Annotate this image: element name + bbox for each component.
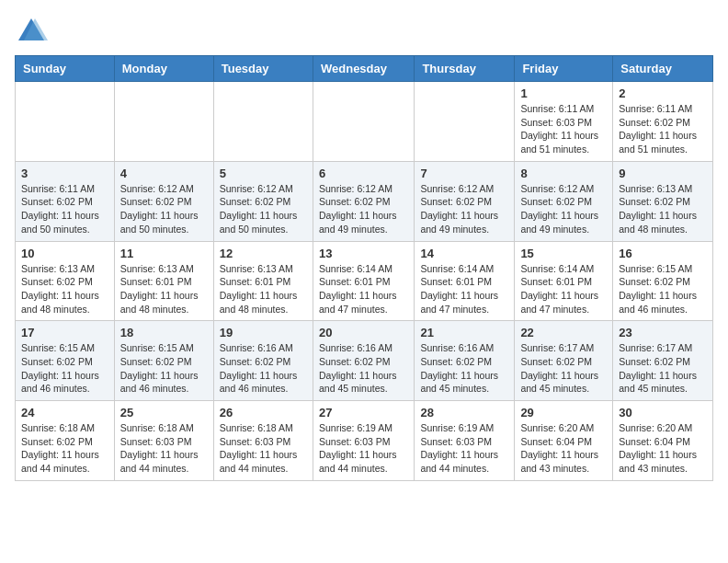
day-info: Sunrise: 6:18 AM Sunset: 6:03 PM Dayligh… <box>220 421 307 476</box>
weekday-header: Wednesday <box>313 56 414 82</box>
day-number: 8 <box>520 167 607 180</box>
calendar-day-cell: 23Sunrise: 6:17 AM Sunset: 6:02 PM Dayli… <box>613 321 713 401</box>
day-number: 11 <box>120 247 208 260</box>
calendar-week-row: 17Sunrise: 6:15 AM Sunset: 6:02 PM Dayli… <box>16 321 713 401</box>
day-number: 10 <box>21 247 108 260</box>
day-info: Sunrise: 6:13 AM Sunset: 6:01 PM Dayligh… <box>120 262 208 316</box>
day-info: Sunrise: 6:12 AM Sunset: 6:02 PM Dayligh… <box>120 182 208 236</box>
calendar-day-cell: 1Sunrise: 6:11 AM Sunset: 6:03 PM Daylig… <box>515 82 613 162</box>
day-info: Sunrise: 6:18 AM Sunset: 6:03 PM Dayligh… <box>120 421 208 476</box>
day-info: Sunrise: 6:12 AM Sunset: 6:02 PM Dayligh… <box>520 182 607 236</box>
day-number: 28 <box>420 406 508 419</box>
day-info: Sunrise: 6:19 AM Sunset: 6:03 PM Dayligh… <box>420 421 508 476</box>
day-number: 14 <box>420 247 508 260</box>
day-number: 26 <box>220 406 307 419</box>
calendar-day-cell: 15Sunrise: 6:14 AM Sunset: 6:01 PM Dayli… <box>515 241 613 321</box>
calendar-day-cell: 13Sunrise: 6:14 AM Sunset: 6:01 PM Dayli… <box>313 241 414 321</box>
day-info: Sunrise: 6:20 AM Sunset: 6:04 PM Dayligh… <box>520 421 607 476</box>
weekday-header: Thursday <box>415 56 515 82</box>
day-info: Sunrise: 6:17 AM Sunset: 6:02 PM Dayligh… <box>520 341 607 396</box>
day-info: Sunrise: 6:16 AM Sunset: 6:02 PM Dayligh… <box>420 341 508 396</box>
calendar-day-cell: 30Sunrise: 6:20 AM Sunset: 6:04 PM Dayli… <box>613 401 713 481</box>
calendar-day-cell: 20Sunrise: 6:16 AM Sunset: 6:02 PM Dayli… <box>313 321 414 401</box>
weekday-header: Monday <box>114 56 213 82</box>
calendar-day-cell: 14Sunrise: 6:14 AM Sunset: 6:01 PM Dayli… <box>415 241 515 321</box>
calendar-day-cell <box>114 82 213 162</box>
calendar-day-cell: 25Sunrise: 6:18 AM Sunset: 6:03 PM Dayli… <box>114 401 213 481</box>
day-number: 19 <box>220 326 307 339</box>
day-info: Sunrise: 6:13 AM Sunset: 6:01 PM Dayligh… <box>220 262 307 316</box>
calendar-day-cell: 8Sunrise: 6:12 AM Sunset: 6:02 PM Daylig… <box>515 161 613 241</box>
day-number: 13 <box>319 247 408 260</box>
calendar-day-cell: 19Sunrise: 6:16 AM Sunset: 6:02 PM Dayli… <box>213 321 313 401</box>
calendar-day-cell: 6Sunrise: 6:12 AM Sunset: 6:02 PM Daylig… <box>313 161 414 241</box>
page-header <box>15 15 713 48</box>
calendar-week-row: 24Sunrise: 6:18 AM Sunset: 6:02 PM Dayli… <box>16 401 713 481</box>
calendar-day-cell: 16Sunrise: 6:15 AM Sunset: 6:02 PM Dayli… <box>613 241 713 321</box>
day-info: Sunrise: 6:11 AM Sunset: 6:03 PM Dayligh… <box>520 102 607 156</box>
day-number: 21 <box>420 326 508 339</box>
day-info: Sunrise: 6:16 AM Sunset: 6:02 PM Dayligh… <box>220 341 307 396</box>
weekday-header: Saturday <box>613 56 713 82</box>
calendar-day-cell: 2Sunrise: 6:11 AM Sunset: 6:02 PM Daylig… <box>613 82 713 162</box>
day-info: Sunrise: 6:12 AM Sunset: 6:02 PM Dayligh… <box>220 182 307 236</box>
weekday-header: Tuesday <box>213 56 313 82</box>
calendar-day-cell: 28Sunrise: 6:19 AM Sunset: 6:03 PM Dayli… <box>415 401 515 481</box>
day-number: 3 <box>21 167 108 180</box>
calendar-day-cell: 9Sunrise: 6:13 AM Sunset: 6:02 PM Daylig… <box>613 161 713 241</box>
weekday-header: Friday <box>515 56 613 82</box>
logo <box>15 15 51 48</box>
day-number: 22 <box>520 326 607 339</box>
day-info: Sunrise: 6:19 AM Sunset: 6:03 PM Dayligh… <box>319 421 408 476</box>
weekday-header: Sunday <box>16 56 115 82</box>
day-number: 16 <box>619 247 707 260</box>
day-info: Sunrise: 6:14 AM Sunset: 6:01 PM Dayligh… <box>520 262 607 316</box>
calendar-day-cell: 10Sunrise: 6:13 AM Sunset: 6:02 PM Dayli… <box>16 241 115 321</box>
day-info: Sunrise: 6:13 AM Sunset: 6:02 PM Dayligh… <box>619 182 707 236</box>
calendar-day-cell <box>16 82 115 162</box>
day-info: Sunrise: 6:12 AM Sunset: 6:02 PM Dayligh… <box>319 182 408 236</box>
calendar-day-cell: 3Sunrise: 6:11 AM Sunset: 6:02 PM Daylig… <box>16 161 115 241</box>
day-number: 24 <box>21 406 108 419</box>
day-info: Sunrise: 6:11 AM Sunset: 6:02 PM Dayligh… <box>619 102 707 156</box>
day-info: Sunrise: 6:15 AM Sunset: 6:02 PM Dayligh… <box>21 341 108 396</box>
day-number: 1 <box>520 86 607 100</box>
day-number: 12 <box>220 247 307 260</box>
day-number: 2 <box>619 86 707 100</box>
calendar-day-cell: 12Sunrise: 6:13 AM Sunset: 6:01 PM Dayli… <box>213 241 313 321</box>
day-info: Sunrise: 6:12 AM Sunset: 6:02 PM Dayligh… <box>420 182 508 236</box>
day-info: Sunrise: 6:11 AM Sunset: 6:02 PM Dayligh… <box>21 182 108 236</box>
day-number: 25 <box>120 406 208 419</box>
calendar-day-cell: 24Sunrise: 6:18 AM Sunset: 6:02 PM Dayli… <box>16 401 115 481</box>
calendar-day-cell: 11Sunrise: 6:13 AM Sunset: 6:01 PM Dayli… <box>114 241 213 321</box>
day-info: Sunrise: 6:14 AM Sunset: 6:01 PM Dayligh… <box>319 262 408 316</box>
day-info: Sunrise: 6:13 AM Sunset: 6:02 PM Dayligh… <box>21 262 108 316</box>
calendar-day-cell: 21Sunrise: 6:16 AM Sunset: 6:02 PM Dayli… <box>415 321 515 401</box>
calendar-day-cell <box>213 82 313 162</box>
day-info: Sunrise: 6:15 AM Sunset: 6:02 PM Dayligh… <box>120 341 208 396</box>
day-number: 29 <box>520 406 607 419</box>
day-number: 18 <box>120 326 208 339</box>
calendar-week-row: 10Sunrise: 6:13 AM Sunset: 6:02 PM Dayli… <box>16 241 713 321</box>
calendar-week-row: 3Sunrise: 6:11 AM Sunset: 6:02 PM Daylig… <box>16 161 713 241</box>
calendar-day-cell: 4Sunrise: 6:12 AM Sunset: 6:02 PM Daylig… <box>114 161 213 241</box>
calendar-table: SundayMondayTuesdayWednesdayThursdayFrid… <box>15 55 713 481</box>
day-number: 6 <box>319 167 408 180</box>
day-info: Sunrise: 6:15 AM Sunset: 6:02 PM Dayligh… <box>619 262 707 316</box>
calendar-day-cell: 7Sunrise: 6:12 AM Sunset: 6:02 PM Daylig… <box>415 161 515 241</box>
day-info: Sunrise: 6:16 AM Sunset: 6:02 PM Dayligh… <box>319 341 408 396</box>
calendar-header-row: SundayMondayTuesdayWednesdayThursdayFrid… <box>16 56 713 82</box>
calendar-day-cell: 18Sunrise: 6:15 AM Sunset: 6:02 PM Dayli… <box>114 321 213 401</box>
calendar-day-cell: 5Sunrise: 6:12 AM Sunset: 6:02 PM Daylig… <box>213 161 313 241</box>
calendar-day-cell <box>313 82 414 162</box>
day-number: 17 <box>21 326 108 339</box>
calendar-day-cell: 22Sunrise: 6:17 AM Sunset: 6:02 PM Dayli… <box>515 321 613 401</box>
calendar-week-row: 1Sunrise: 6:11 AM Sunset: 6:03 PM Daylig… <box>16 82 713 162</box>
day-number: 5 <box>220 167 307 180</box>
logo-icon <box>15 15 48 48</box>
calendar-day-cell: 17Sunrise: 6:15 AM Sunset: 6:02 PM Dayli… <box>16 321 115 401</box>
calendar-day-cell: 27Sunrise: 6:19 AM Sunset: 6:03 PM Dayli… <box>313 401 414 481</box>
day-number: 7 <box>420 167 508 180</box>
day-info: Sunrise: 6:14 AM Sunset: 6:01 PM Dayligh… <box>420 262 508 316</box>
day-number: 30 <box>619 406 707 419</box>
